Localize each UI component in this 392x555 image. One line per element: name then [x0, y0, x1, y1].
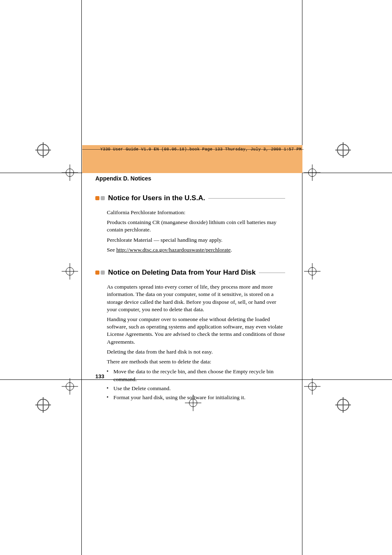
page-number: 133	[95, 373, 104, 379]
list-item: Use the Delete command.	[107, 385, 285, 392]
section-heading-delete-data: Notice on Deleting Data from Your Hard D…	[95, 268, 285, 277]
registration-mark-icon	[37, 399, 49, 411]
paragraph: Deleting the data from the hard disk is …	[107, 348, 285, 356]
heading-rule	[208, 198, 285, 199]
section-body: As computers spread into every corner of…	[107, 283, 285, 365]
crosshair-icon	[62, 378, 78, 395]
registration-mark-icon	[337, 399, 349, 411]
heading-bullet-icon	[95, 271, 105, 275]
list-item: Format your hard disk, using the softwar…	[107, 394, 285, 401]
heading-rule	[259, 273, 285, 273]
page-content: Appendix D. Notices Notice for Users in …	[95, 175, 285, 403]
section-heading-usa: Notice for Users in the U.S.A.	[95, 194, 285, 202]
text-run: .	[231, 247, 232, 253]
crosshair-icon	[304, 263, 321, 280]
paragraph: There are methods that seem to delete th…	[107, 358, 285, 365]
methods-list: Move the data to the recycle bin, and th…	[107, 368, 285, 401]
crop-guide-vertical-right	[302, 0, 302, 555]
paragraph: Handing your computer over to someone el…	[107, 316, 285, 346]
paragraph: See http://www.dtsc.ca.gov/hazardouswast…	[107, 246, 285, 254]
crosshair-icon	[62, 263, 78, 280]
crosshair-icon	[304, 378, 321, 395]
paragraph: California Perchlorate Information:	[107, 209, 285, 216]
registration-mark-icon	[337, 144, 349, 156]
section-title: Notice on Deleting Data from Your Hard D…	[108, 268, 256, 277]
document-source-line: Y330 User Guide V1.0 EN (08.06.18).book …	[100, 147, 302, 152]
paragraph: As computers spread into every corner of…	[107, 283, 285, 313]
crosshair-icon	[304, 164, 321, 181]
perchlorate-link[interactable]: http://www.dtsc.ca.gov/hazardouswaste/pe…	[116, 247, 231, 253]
paragraph: Perchlorate Material — special handling …	[107, 236, 285, 244]
appendix-title: Appendix D. Notices	[95, 175, 285, 182]
registration-mark-icon	[37, 144, 49, 156]
paragraph: Products containing CR (manganese dioxid…	[107, 219, 285, 234]
list-item: Move the data to the recycle bin, and th…	[107, 368, 285, 383]
heading-bullet-icon	[95, 196, 105, 200]
section-title: Notice for Users in the U.S.A.	[108, 194, 205, 202]
text-run: See	[107, 247, 116, 253]
crop-guide-vertical-left	[81, 0, 82, 555]
section-body: California Perchlorate Information: Prod…	[107, 209, 285, 254]
crosshair-icon	[62, 164, 78, 181]
